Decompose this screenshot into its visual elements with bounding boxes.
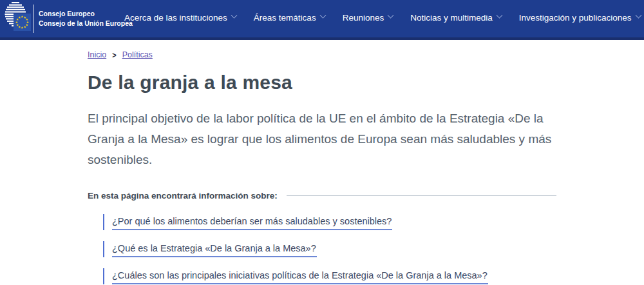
link-accent-bar xyxy=(103,214,104,230)
nav-item-label: Noticias y multimedia xyxy=(410,13,493,23)
toc-link-iniciativas[interactable]: ¿Cuáles son las principales iniciativas … xyxy=(112,268,488,284)
list-item: ¿Cuáles son las principales iniciativas … xyxy=(103,268,556,284)
link-accent-bar xyxy=(103,241,104,257)
logo-line-2: Consejo de la Unión Europea xyxy=(39,19,133,28)
toc-link-saludables[interactable]: ¿Por qué los alimentos deberían ser más … xyxy=(112,214,392,230)
site-header: Consejo Europeo Consejo de la Unión Euro… xyxy=(0,0,644,40)
horizontal-rule xyxy=(287,195,556,196)
toc-link-list: ¿Por qué los alimentos deberían ser más … xyxy=(103,214,556,284)
nav-item-areas-tematicas[interactable]: Áreas temáticas xyxy=(254,13,325,23)
breadcrumb-link-inicio[interactable]: Inicio xyxy=(88,50,106,59)
logo-line-1: Consejo Europeo xyxy=(39,9,133,19)
council-logo[interactable]: Consejo Europeo Consejo de la Unión Euro… xyxy=(0,0,118,36)
link-accent-bar xyxy=(103,268,104,284)
intro-paragraph: El principal objetivo de la labor políti… xyxy=(88,108,556,170)
nav-item-investigacion[interactable]: Investigación y publicaciones xyxy=(519,13,641,23)
nav-item-label: Acerca de las instituciones xyxy=(124,13,227,23)
main-nav: Acerca de las instituciones Áreas temáti… xyxy=(124,13,644,23)
chevron-down-icon xyxy=(231,12,237,18)
toc-heading: En esta página encontrará información so… xyxy=(88,191,278,201)
breadcrumb-link-politicas[interactable]: Políticas xyxy=(122,50,153,59)
toc-heading-row: En esta página encontrará información so… xyxy=(88,191,556,201)
toc-link-que-es-estrategia[interactable]: ¿Qué es la Estrategia «De la Granja a la… xyxy=(112,241,317,257)
chevron-down-icon xyxy=(319,12,326,18)
list-item: ¿Qué es la Estrategia «De la Granja a la… xyxy=(103,241,556,257)
chevron-down-icon xyxy=(635,12,641,18)
page-title: De la granja a la mesa xyxy=(88,72,556,93)
logo-wordmark: Consejo Europeo Consejo de la Unión Euro… xyxy=(39,9,133,28)
nav-item-label: Reuniones xyxy=(343,13,384,23)
list-item: ¿Por qué los alimentos deberían ser más … xyxy=(103,214,556,230)
breadcrumb-separator-icon: > xyxy=(112,50,116,59)
main-content: Inicio > Políticas De la granja a la mes… xyxy=(0,40,644,284)
breadcrumb: Inicio > Políticas xyxy=(88,50,556,59)
nav-item-reuniones[interactable]: Reuniones xyxy=(343,13,393,23)
nav-item-noticias[interactable]: Noticias y multimedia xyxy=(410,13,502,23)
nav-item-label: Áreas temáticas xyxy=(254,13,316,23)
chevron-down-icon xyxy=(496,12,502,18)
logo-divider xyxy=(33,5,34,33)
chevron-down-icon xyxy=(388,12,394,18)
nav-item-label: Investigación y publicaciones xyxy=(519,13,632,23)
nav-item-instituciones[interactable]: Acerca de las instituciones xyxy=(124,13,236,23)
eu-flag-icon xyxy=(14,14,31,31)
